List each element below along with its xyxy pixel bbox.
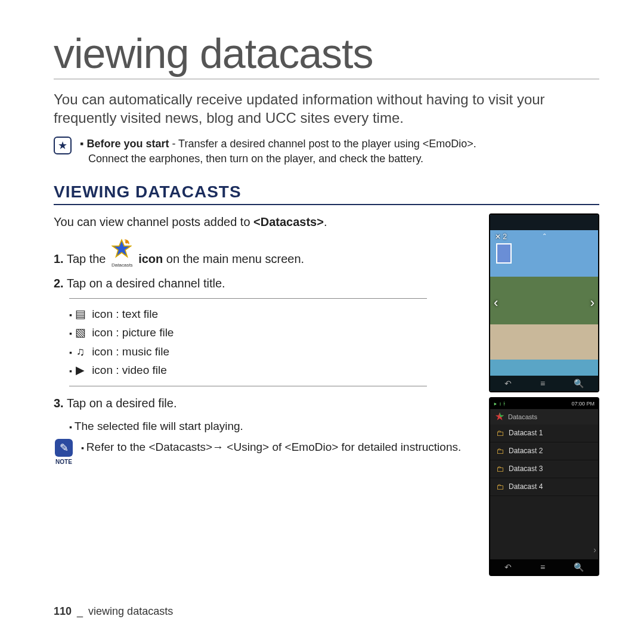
menu-icon[interactable]: ≡	[540, 379, 545, 388]
text-file-icon: ▤	[75, 306, 86, 323]
status-bar: ▶ ‖ ᚼ 07:00 PM	[490, 398, 598, 409]
back-icon[interactable]: ↶	[504, 379, 512, 388]
search-icon[interactable]: 🔍	[574, 562, 584, 572]
page-title: viewing datacasts	[54, 30, 599, 79]
intro-text: You can automatically receive updated in…	[54, 90, 599, 127]
picture-file-icon: ▧	[75, 324, 86, 341]
before-text-2: Connect the earphones, then turn on the …	[88, 151, 423, 166]
step-2: 2. Tap on a desired channel title.	[54, 275, 478, 292]
note-text: Refer to the <Datacasts>→ <Using> of <Em…	[81, 439, 461, 456]
sub-intro: You can view channel posts added to <Dat…	[54, 213, 478, 231]
before-text-1: - Transfer a desired channel post to the…	[169, 138, 476, 150]
step-1: 1. Tap the Datacasts icon on the main me…	[54, 238, 478, 269]
back-icon[interactable]: ↶	[504, 562, 512, 572]
folder-icon: 🗀	[496, 447, 504, 456]
list-item[interactable]: 🗀Datacast 1	[490, 425, 598, 442]
list-header: Datacasts	[490, 409, 598, 425]
note-label: NOTE	[54, 458, 74, 467]
page-footer: 110 _ viewing datacasts	[54, 605, 173, 618]
menu-icon[interactable]: ≡	[540, 562, 545, 572]
search-icon[interactable]: 🔍	[574, 379, 584, 388]
note-block: ✎ NOTE Refer to the <Datacasts>→ <Using>…	[54, 439, 478, 467]
screenshot-photo-viewer: ✕ 2 ⌃ ‹ › ↶ ≡ 🔍	[489, 213, 599, 392]
list-item[interactable]: 🗀Datacast 2	[490, 442, 598, 460]
star-icon: ★	[54, 137, 72, 154]
folder-icon: 🗀	[496, 429, 504, 438]
before-you-start: ★ Before you start - Transfer a desired …	[54, 137, 599, 166]
datacasts-star-icon	[495, 411, 504, 422]
list-item[interactable]: 🗀Datacast 4	[490, 478, 598, 496]
scroll-down-icon[interactable]: ›	[593, 545, 596, 555]
note-icon: ✎	[55, 439, 73, 457]
music-file-icon: ♫	[75, 343, 86, 360]
clock: 07:00 PM	[571, 401, 595, 407]
before-lead: Before you start	[86, 138, 169, 150]
list-item[interactable]: 🗀Datacast 3	[490, 460, 598, 478]
datacasts-icon: Datacasts	[112, 238, 133, 269]
folder-icon: 🗀	[496, 465, 504, 473]
chevron-up-icon[interactable]: ⌃	[542, 233, 547, 239]
screenshot-datacasts-list: ▶ ‖ ᚼ 07:00 PM Datacasts 🗀Datacast 1 🗀Da…	[489, 397, 599, 576]
chevron-left-icon[interactable]: ‹	[494, 295, 498, 311]
chevron-right-icon[interactable]: ›	[590, 295, 595, 311]
section-heading: VIEWING DATACASTS	[54, 182, 599, 205]
play-indicator-icon: ▶ ‖ ᚼ	[494, 401, 506, 407]
close-indicator[interactable]: ✕ 2	[495, 233, 507, 241]
video-file-icon: ▶	[75, 362, 86, 379]
thumbnail[interactable]	[496, 243, 512, 264]
svg-marker-3	[500, 413, 504, 417]
icon-legend: ▤ icon : text file ▧ icon : picture file…	[69, 298, 427, 386]
step-3: 3. Tap on a desired file.	[54, 395, 478, 412]
step-3-sub: The selected file will start playing.	[69, 418, 478, 435]
folder-icon: 🗀	[496, 482, 504, 491]
